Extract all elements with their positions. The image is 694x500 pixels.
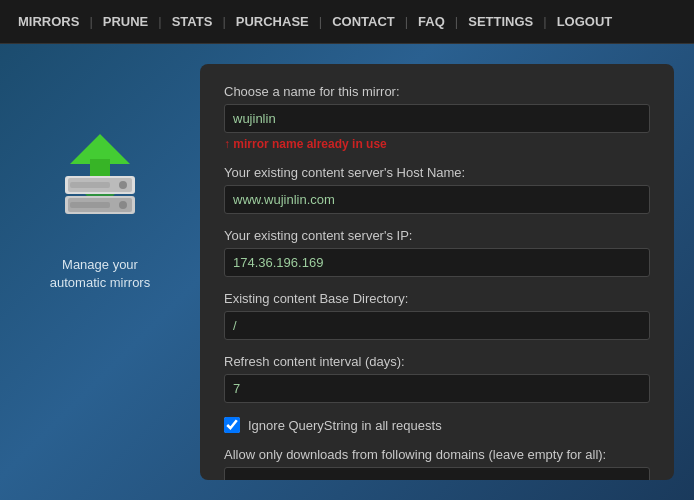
server-ip-group: Your existing content server's IP: bbox=[224, 228, 650, 277]
base-dir-input[interactable] bbox=[224, 311, 650, 340]
nav-contact[interactable]: CONTACT bbox=[324, 14, 403, 29]
nav-sep-2: | bbox=[156, 14, 163, 29]
left-panel-label: Manage your automatic mirrors bbox=[50, 256, 150, 292]
refresh-interval-input[interactable] bbox=[224, 374, 650, 403]
allow-domains-label: Allow only downloads from following doma… bbox=[224, 447, 650, 462]
host-name-label: Your existing content server's Host Name… bbox=[224, 165, 650, 180]
nav-sep-4: | bbox=[317, 14, 324, 29]
allow-domains-group: Allow only downloads from following doma… bbox=[224, 447, 650, 480]
svg-rect-5 bbox=[70, 202, 110, 208]
ignore-querystring-checkbox[interactable] bbox=[224, 417, 240, 433]
mirror-name-input[interactable] bbox=[224, 104, 650, 133]
nav-stats[interactable]: STATS bbox=[164, 14, 221, 29]
nav-faq[interactable]: FAQ bbox=[410, 14, 453, 29]
content-area: Manage your automatic mirrors Choose a n… bbox=[0, 44, 694, 500]
nav-sep-3: | bbox=[220, 14, 227, 29]
left-panel: Manage your automatic mirrors bbox=[20, 64, 180, 480]
mirror-name-label: Choose a name for this mirror: bbox=[224, 84, 650, 99]
svg-point-4 bbox=[119, 201, 127, 209]
base-dir-group: Existing content Base Directory: bbox=[224, 291, 650, 340]
host-name-group: Your existing content server's Host Name… bbox=[224, 165, 650, 214]
nav-sep-6: | bbox=[453, 14, 460, 29]
server-ip-input[interactable] bbox=[224, 248, 650, 277]
base-dir-label: Existing content Base Directory: bbox=[224, 291, 650, 306]
refresh-interval-label: Refresh content interval (days): bbox=[224, 354, 650, 369]
host-name-input[interactable] bbox=[224, 185, 650, 214]
nav-settings[interactable]: SETTINGS bbox=[460, 14, 541, 29]
nav-prune[interactable]: PRUNE bbox=[95, 14, 157, 29]
svg-rect-9 bbox=[70, 182, 110, 188]
svg-point-8 bbox=[119, 181, 127, 189]
nav-purchase[interactable]: PURCHASE bbox=[228, 14, 317, 29]
mirror-icon bbox=[40, 124, 160, 244]
nav-sep-7: | bbox=[541, 14, 548, 29]
allow-domains-textarea[interactable] bbox=[224, 467, 650, 480]
refresh-interval-group: Refresh content interval (days): bbox=[224, 354, 650, 403]
mirror-name-error: ↑ mirror name already in use bbox=[224, 137, 650, 151]
form-panel: Choose a name for this mirror: ↑ mirror … bbox=[200, 64, 674, 480]
server-ip-label: Your existing content server's IP: bbox=[224, 228, 650, 243]
nav-mirrors[interactable]: MIRRORS bbox=[10, 14, 87, 29]
nav-logout[interactable]: LOGOUT bbox=[549, 14, 621, 29]
ignore-querystring-row: Ignore QueryString in all requests bbox=[224, 417, 650, 433]
nav-sep-5: | bbox=[403, 14, 410, 29]
nav-sep-1: | bbox=[87, 14, 94, 29]
mirror-name-group: Choose a name for this mirror: ↑ mirror … bbox=[224, 84, 650, 151]
ignore-querystring-label: Ignore QueryString in all requests bbox=[248, 418, 442, 433]
nav-bar: MIRRORS | PRUNE | STATS | PURCHASE | CON… bbox=[0, 0, 694, 44]
